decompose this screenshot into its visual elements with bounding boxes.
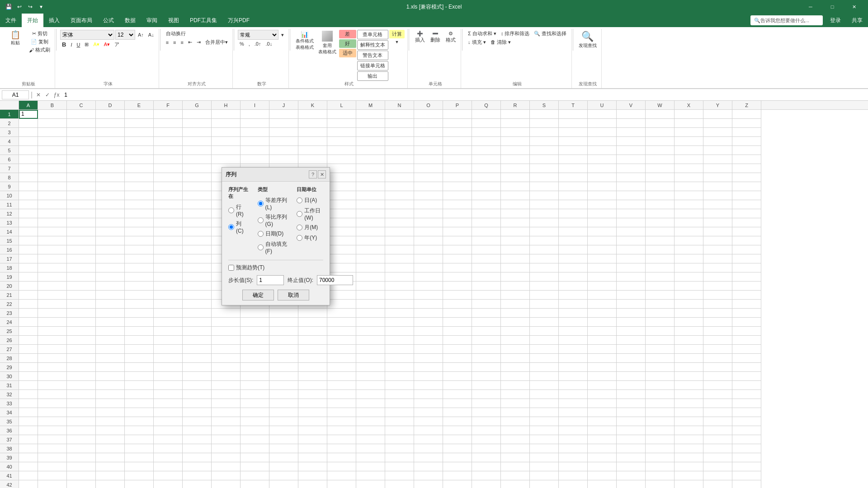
col-header-A[interactable]: A [19, 101, 38, 109]
cell-M28[interactable] [356, 354, 385, 363]
cell-Q12[interactable] [472, 209, 501, 218]
cell-W25[interactable] [646, 327, 675, 336]
cell-N23[interactable] [385, 309, 414, 318]
cell-X28[interactable] [675, 354, 703, 363]
cell-E9[interactable] [125, 182, 154, 191]
cell-G9[interactable] [183, 182, 212, 191]
cell-D35[interactable] [96, 417, 125, 426]
cell-C12[interactable] [67, 209, 96, 218]
cell-X5[interactable] [675, 146, 703, 155]
cell-T15[interactable] [559, 236, 588, 245]
cell-X4[interactable] [675, 137, 703, 146]
cell-A19[interactable] [19, 272, 38, 282]
cell-N34[interactable] [385, 408, 414, 417]
cell-V16[interactable] [617, 245, 646, 254]
cell-Q5[interactable] [472, 146, 501, 155]
cell-R19[interactable] [501, 272, 530, 282]
cell-Y29[interactable] [703, 363, 732, 372]
cell-N40[interactable] [385, 462, 414, 471]
cell-O11[interactable] [414, 200, 443, 209]
cell-A2[interactable] [19, 119, 38, 128]
cell-K34[interactable] [298, 408, 327, 417]
cell-E7[interactable] [125, 164, 154, 173]
cell-K40[interactable] [298, 462, 327, 471]
cell-N14[interactable] [385, 227, 414, 236]
cell-R15[interactable] [501, 236, 530, 245]
cell-H32[interactable] [212, 390, 241, 399]
cell-C35[interactable] [67, 417, 96, 426]
cell-X33[interactable] [675, 399, 703, 408]
cell-W24[interactable] [646, 318, 675, 327]
cell-W20[interactable] [646, 282, 675, 291]
cell-Q33[interactable] [472, 399, 501, 408]
cell-X14[interactable] [675, 227, 703, 236]
cell-K35[interactable] [298, 417, 327, 426]
cell-Z33[interactable] [732, 399, 761, 408]
cell-style-output[interactable]: 警告文本 [357, 51, 388, 60]
cell-S39[interactable] [530, 453, 559, 462]
cell-I4[interactable] [241, 137, 269, 146]
find-select-btn[interactable]: 🔍 查找和选择 [532, 30, 568, 38]
cell-E25[interactable] [125, 327, 154, 336]
cell-B32[interactable] [38, 390, 67, 399]
close-btn[interactable]: ✕ [844, 0, 864, 14]
cell-O34[interactable] [414, 408, 443, 417]
align-left-btn[interactable]: ≡ [164, 38, 170, 46]
cell-style-output2[interactable]: 输出 [357, 71, 388, 81]
cell-T36[interactable] [559, 426, 588, 435]
cell-O16[interactable] [414, 245, 443, 254]
cell-N10[interactable] [385, 191, 414, 200]
cell-S2[interactable] [530, 119, 559, 128]
cell-J31[interactable] [269, 381, 298, 390]
cell-U25[interactable] [588, 327, 617, 336]
cell-K4[interactable] [298, 137, 327, 146]
cell-R34[interactable] [501, 408, 530, 417]
cell-R42[interactable] [501, 480, 530, 488]
cell-O6[interactable] [414, 155, 443, 164]
cell-P9[interactable] [443, 182, 472, 191]
cell-U10[interactable] [588, 191, 617, 200]
cell-B22[interactable] [38, 300, 67, 309]
cell-Q41[interactable] [472, 471, 501, 480]
cell-J37[interactable] [269, 435, 298, 444]
cell-Z36[interactable] [732, 426, 761, 435]
cell-R16[interactable] [501, 245, 530, 254]
cell-L14[interactable] [327, 227, 356, 236]
cell-N16[interactable] [385, 245, 414, 254]
cell-P14[interactable] [443, 227, 472, 236]
cell-J1[interactable] [269, 110, 298, 119]
cell-V4[interactable] [617, 137, 646, 146]
cell-L34[interactable] [327, 408, 356, 417]
cell-Q42[interactable] [472, 480, 501, 488]
cell-A39[interactable] [19, 453, 38, 462]
cell-C29[interactable] [67, 363, 96, 372]
row-header-7[interactable]: 7 [0, 164, 19, 173]
cell-Y8[interactable] [703, 173, 732, 182]
cell-X41[interactable] [675, 471, 703, 480]
row-header-22[interactable]: 22 [0, 300, 19, 309]
cell-T9[interactable] [559, 182, 588, 191]
cell-P22[interactable] [443, 300, 472, 309]
cell-E21[interactable] [125, 291, 154, 300]
cell-I42[interactable] [241, 480, 269, 488]
cell-U7[interactable] [588, 164, 617, 173]
cell-U1[interactable] [588, 110, 617, 119]
cell-I23[interactable] [241, 309, 269, 318]
cell-H38[interactable] [212, 444, 241, 453]
cell-Y36[interactable] [703, 426, 732, 435]
cell-T12[interactable] [559, 209, 588, 218]
cell-G38[interactable] [183, 444, 212, 453]
cell-O29[interactable] [414, 363, 443, 372]
cell-N33[interactable] [385, 399, 414, 408]
cell-Y18[interactable] [703, 263, 732, 272]
cell-M14[interactable] [356, 227, 385, 236]
cell-R22[interactable] [501, 300, 530, 309]
cell-I36[interactable] [241, 426, 269, 435]
cell-D30[interactable] [96, 372, 125, 381]
insert-cells-btn[interactable]: ➕ 插入 [413, 30, 427, 44]
cell-O22[interactable] [414, 300, 443, 309]
cell-V38[interactable] [617, 444, 646, 453]
cell-Y3[interactable] [703, 128, 732, 137]
cell-C41[interactable] [67, 471, 96, 480]
cell-X19[interactable] [675, 272, 703, 282]
